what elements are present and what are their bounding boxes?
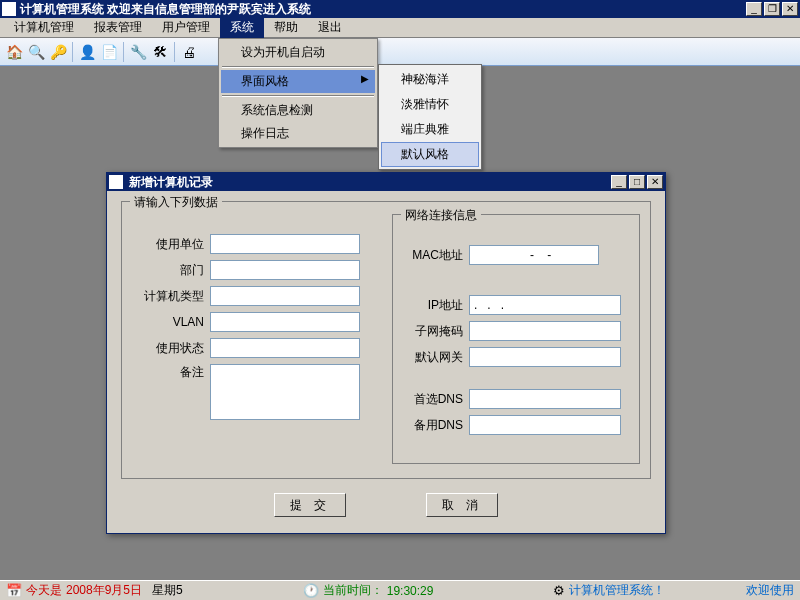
status-date-value: 2008年9月5日 xyxy=(66,582,142,599)
label-vlan: VLAN xyxy=(132,315,204,329)
clock-icon: 🕐 xyxy=(303,583,319,598)
row-dept: 部门 xyxy=(132,260,380,280)
label-dns1: 首选DNS xyxy=(403,391,463,408)
status-time-value: 19:30:29 xyxy=(387,584,434,598)
window-buttons: _ ❐ ✕ xyxy=(746,2,798,16)
tool-note-icon[interactable]: 📄 xyxy=(99,42,119,62)
maximize-button[interactable]: ❐ xyxy=(764,2,780,16)
menu-user[interactable]: 用户管理 xyxy=(152,17,220,38)
status-date: 📅 今天是 2008年9月5日 星期5 xyxy=(6,582,183,599)
app-icon xyxy=(2,2,16,16)
input-dns1[interactable] xyxy=(469,389,621,409)
style-elegant[interactable]: 淡雅情怀 xyxy=(381,92,479,117)
input-type[interactable] xyxy=(210,286,360,306)
sysmenu-sysinfo[interactable]: 系统信息检测 xyxy=(221,99,375,122)
dialog-icon xyxy=(109,175,123,189)
sysmenu-style[interactable]: 界面风格 ▶ xyxy=(221,70,375,93)
cancel-button[interactable]: 取 消 xyxy=(426,493,498,517)
tool-wrench-icon[interactable]: 🔧 xyxy=(128,42,148,62)
sysmenu-style-label: 界面风格 xyxy=(241,74,289,88)
status-sys-text: 计算机管理系统！ xyxy=(569,582,665,599)
group-net-legend: 网络连接信息 xyxy=(401,207,481,224)
toolbar-separator xyxy=(123,42,124,62)
main-titlebar: 计算机管理系统 欢迎来自信息管理部的尹跃宾进入系统 _ ❐ ✕ xyxy=(0,0,800,18)
row-dns2: 备用DNS xyxy=(403,415,629,435)
menu-help[interactable]: 帮助 xyxy=(264,17,308,38)
input-remark[interactable] xyxy=(210,364,360,420)
label-type: 计算机类型 xyxy=(132,288,204,305)
dialog-body: 请输入下列数据 使用单位 部门 计算机类型 xyxy=(107,191,665,533)
input-vlan[interactable] xyxy=(210,312,360,332)
row-dns1: 首选DNS xyxy=(403,389,629,409)
row-unit: 使用单位 xyxy=(132,234,380,254)
dialog-titlebar: 新增计算机记录 _ □ ✕ xyxy=(107,173,665,191)
row-status: 使用状态 xyxy=(132,338,380,358)
minimize-button[interactable]: _ xyxy=(746,2,762,16)
menubar: 计算机管理 报表管理 用户管理 系统 帮助 退出 xyxy=(0,18,800,38)
style-submenu: 神秘海洋 淡雅情怀 端庄典雅 默认风格 xyxy=(378,64,482,170)
system-menu: 设为开机自启动 界面风格 ▶ 系统信息检测 操作日志 xyxy=(218,38,378,148)
input-dept[interactable] xyxy=(210,260,360,280)
tool-search-icon[interactable]: 🔍 xyxy=(26,42,46,62)
dialog-maximize-button[interactable]: □ xyxy=(629,175,645,189)
style-ocean[interactable]: 神秘海洋 xyxy=(381,67,479,92)
input-status[interactable] xyxy=(210,338,360,358)
tool-print-icon[interactable]: 🖨 xyxy=(179,42,199,62)
input-dns2[interactable] xyxy=(469,415,621,435)
menu-separator xyxy=(222,66,374,68)
menu-report[interactable]: 报表管理 xyxy=(84,17,152,38)
submit-button[interactable]: 提 交 xyxy=(274,493,346,517)
status-date-label: 今天是 xyxy=(26,582,62,599)
label-unit: 使用单位 xyxy=(132,236,204,253)
dialog-buttons: 提 交 取 消 xyxy=(121,493,651,517)
row-mac: MAC地址 xyxy=(403,245,629,265)
style-classic[interactable]: 端庄典雅 xyxy=(381,117,479,142)
gear-icon: ⚙ xyxy=(553,583,565,598)
calendar-icon: 📅 xyxy=(6,583,22,598)
tool-key-icon[interactable]: 🔑 xyxy=(48,42,68,62)
label-dept: 部门 xyxy=(132,262,204,279)
tool-home-icon[interactable]: 🏠 xyxy=(4,42,24,62)
toolbar-separator xyxy=(174,42,175,62)
dialog-minimize-button[interactable]: _ xyxy=(611,175,627,189)
tool-user-icon[interactable]: 👤 xyxy=(77,42,97,62)
input-gw[interactable] xyxy=(469,347,621,367)
menu-exit[interactable]: 退出 xyxy=(308,17,352,38)
dialog-close-button[interactable]: ✕ xyxy=(647,175,663,189)
status-time: 🕐 当前时间： 19:30:29 xyxy=(303,582,434,599)
left-column: 使用单位 部门 计算机类型 VLAN xyxy=(132,214,380,464)
label-ip: IP地址 xyxy=(403,297,463,314)
group-main: 请输入下列数据 使用单位 部门 计算机类型 xyxy=(121,201,651,479)
toolbar: 🏠 🔍 🔑 👤 📄 🔧 🛠 🖨 xyxy=(0,38,800,66)
row-vlan: VLAN xyxy=(132,312,380,332)
input-mask[interactable] xyxy=(469,321,621,341)
group-net: 网络连接信息 MAC地址 IP地址 子网掩码 默认网关 xyxy=(392,214,640,464)
group-main-legend: 请输入下列数据 xyxy=(130,194,222,211)
menu-system[interactable]: 系统 xyxy=(220,17,264,38)
window-title: 计算机管理系统 欢迎来自信息管理部的尹跃宾进入系统 xyxy=(20,1,746,18)
close-button[interactable]: ✕ xyxy=(782,2,798,16)
add-computer-dialog: 新增计算机记录 _ □ ✕ 请输入下列数据 使用单位 部门 xyxy=(106,172,666,534)
style-default[interactable]: 默认风格 xyxy=(381,142,479,167)
status-weekday: 星期5 xyxy=(152,582,183,599)
input-unit[interactable] xyxy=(210,234,360,254)
menu-computer[interactable]: 计算机管理 xyxy=(4,17,84,38)
status-welcome-text: 欢迎使用 xyxy=(746,582,794,599)
sysmenu-autostart[interactable]: 设为开机自启动 xyxy=(221,41,375,64)
label-remark: 备注 xyxy=(132,364,204,381)
row-remark: 备注 xyxy=(132,364,380,420)
row-gw: 默认网关 xyxy=(403,347,629,367)
statusbar: 📅 今天是 2008年9月5日 星期5 🕐 当前时间： 19:30:29 ⚙ 计… xyxy=(0,580,800,600)
input-mac[interactable] xyxy=(469,245,599,265)
label-mask: 子网掩码 xyxy=(403,323,463,340)
toolbar-separator xyxy=(72,42,73,62)
sysmenu-log[interactable]: 操作日志 xyxy=(221,122,375,145)
label-dns2: 备用DNS xyxy=(403,417,463,434)
chevron-right-icon: ▶ xyxy=(361,73,369,84)
menu-separator xyxy=(222,95,374,97)
tool-tools-icon[interactable]: 🛠 xyxy=(150,42,170,62)
input-ip[interactable] xyxy=(469,295,621,315)
dialog-title: 新增计算机记录 xyxy=(127,174,609,191)
status-welcome: 欢迎使用 xyxy=(746,582,794,599)
row-ip: IP地址 xyxy=(403,295,629,315)
